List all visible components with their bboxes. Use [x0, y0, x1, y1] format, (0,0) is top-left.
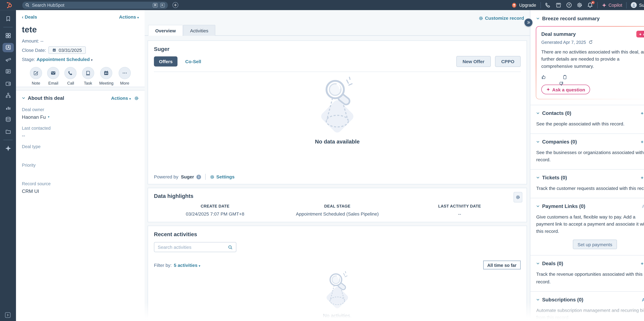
- divider: [3, 140, 12, 140]
- customize-record-link[interactable]: Customize record: [478, 16, 524, 21]
- topnav-right-cluster: Upgrade ? Copilot Suger ▾: [512, 2, 644, 8]
- sidebar-item-automations[interactable]: [2, 91, 14, 100]
- chevron-down-icon[interactable]: [536, 140, 540, 144]
- new-offer-button[interactable]: New Offer: [456, 56, 491, 67]
- sidebar-item-commerce[interactable]: [2, 79, 14, 88]
- set-up-payments-button[interactable]: Set up payments: [573, 240, 617, 249]
- quick-action-email[interactable]: Email: [47, 67, 60, 86]
- meeting-icon: [100, 67, 112, 79]
- highlight-label: DEAL STAGE: [276, 204, 398, 208]
- divider: [154, 72, 520, 72]
- calling-icon[interactable]: [545, 2, 551, 8]
- chevron-down-icon[interactable]: [536, 205, 540, 208]
- notifications-icon[interactable]: [587, 2, 593, 8]
- sidebar-item-library[interactable]: [2, 127, 14, 136]
- sidebar-item-reporting[interactable]: [2, 103, 14, 112]
- about-settings-icon[interactable]: [134, 96, 139, 100]
- suger-integration-card: Suger Offers Co-Sell New Offer CPPO No d…: [148, 41, 526, 184]
- global-search-input[interactable]: [32, 3, 150, 8]
- caret-down-icon: ▾: [137, 16, 139, 19]
- thumbs-up-icon[interactable]: [541, 75, 546, 80]
- data-highlights-columns: CREATE DATE03/24/2025 7:07 PM GMT+8DEAL …: [154, 204, 520, 216]
- field-label: Deal type: [22, 144, 139, 149]
- search-icon: [228, 245, 232, 249]
- section-companies: Companies (0)+ AddSee the businesses or …: [530, 134, 644, 169]
- hubspot-logo-icon[interactable]: [6, 2, 12, 8]
- settings-icon[interactable]: [576, 2, 582, 8]
- amount-line: Amount: --: [22, 38, 139, 43]
- expand-sidebar-button[interactable]: [5, 312, 10, 317]
- section-title: Subscriptions (0): [542, 297, 583, 302]
- section-header: Subscriptions (0)Add▾: [536, 297, 644, 302]
- thumbs-down-icon[interactable]: [552, 75, 557, 80]
- associations-panel: Breeze record summary Deal summary AI Ge…: [530, 10, 644, 321]
- about-actions-dropdown[interactable]: Actions ▾: [111, 96, 131, 101]
- global-search[interactable]: ⌘ K: [22, 2, 168, 9]
- divider: [626, 2, 627, 8]
- add-contacts-button[interactable]: + Add: [641, 111, 644, 116]
- offers-tab-button[interactable]: Offers: [154, 57, 178, 67]
- deal-actions-dropdown[interactable]: Actions ▾: [119, 14, 139, 19]
- quick-action-more[interactable]: More: [118, 67, 131, 86]
- quick-action-task[interactable]: Task: [82, 67, 94, 86]
- chevron-down-icon[interactable]: [536, 262, 540, 265]
- email-icon: [47, 67, 60, 79]
- user-menu[interactable]: Suger ▾: [631, 2, 644, 8]
- data-highlights-settings-button[interactable]: [514, 192, 522, 202]
- add-subscriptions-button[interactable]: Add▾: [642, 297, 644, 302]
- ask-a-question-button[interactable]: Ask a question: [541, 85, 590, 94]
- record-tabs: OverviewActivities: [148, 25, 216, 36]
- suger-settings-link[interactable]: Settings: [210, 174, 234, 179]
- sidebar-item-workspaces[interactable]: [2, 31, 14, 40]
- sidebar-item-content[interactable]: [2, 67, 14, 76]
- copy-icon[interactable]: [562, 75, 567, 80]
- add-companies-button[interactable]: + Add: [641, 139, 644, 144]
- sidebar-item-crm[interactable]: [2, 43, 14, 52]
- quick-action-call[interactable]: Call: [64, 67, 77, 86]
- quick-action-meeting[interactable]: Meeting: [99, 67, 113, 86]
- stage-dropdown[interactable]: Appointment Scheduled ▾: [36, 57, 92, 62]
- tab-activities[interactable]: Activities: [183, 25, 216, 36]
- copilot-button[interactable]: Copilot: [602, 3, 622, 8]
- cppo-button[interactable]: CPPO: [495, 56, 521, 67]
- quick-create-button[interactable]: [172, 2, 178, 8]
- chevron-down-icon[interactable]: [22, 96, 25, 100]
- sidebar-item-data-management[interactable]: [2, 115, 14, 124]
- refresh-icon[interactable]: [588, 40, 593, 45]
- chevron-down-icon[interactable]: [536, 176, 540, 179]
- sidebar-item-bookmarks[interactable]: [2, 14, 14, 23]
- no-activities-illustration: [154, 270, 520, 312]
- collapse-panel-button[interactable]: [524, 19, 532, 27]
- tab-overview[interactable]: Overview: [148, 25, 183, 36]
- activities-search-input[interactable]: [158, 244, 228, 250]
- add-deals-button[interactable]: + Add: [641, 261, 644, 266]
- about-this-deal-card: About this deal Actions ▾ Deal ownerHaon…: [16, 91, 145, 321]
- field-value[interactable]: Haonan Fu▾: [22, 114, 139, 120]
- add-payment-links-button[interactable]: Add▾: [642, 204, 644, 209]
- divider: [3, 27, 12, 27]
- upgrade-button[interactable]: Upgrade: [512, 2, 536, 8]
- help-icon[interactable]: ?: [566, 2, 572, 8]
- sidebar-item-breeze-ai[interactable]: [2, 143, 14, 153]
- back-to-deals-link[interactable]: ‹ Deals: [22, 14, 37, 19]
- activities-search[interactable]: [154, 242, 236, 252]
- chevron-down-icon[interactable]: [536, 112, 540, 115]
- chevron-down-icon[interactable]: [536, 298, 540, 301]
- call-icon: [64, 67, 77, 79]
- activities-filter-dropdown[interactable]: 5 activities ▾: [174, 262, 200, 267]
- sidebar-item-marketing[interactable]: [2, 55, 14, 64]
- info-icon[interactable]: i: [196, 174, 201, 179]
- close-date-input[interactable]: 03/31/2025: [48, 46, 86, 54]
- time-range-chip[interactable]: All time so far: [483, 260, 520, 269]
- add-tickets-button[interactable]: + Add: [641, 175, 644, 180]
- breeze-summary-title: Breeze record summary: [542, 16, 600, 22]
- field-label: Last contacted: [22, 125, 139, 130]
- chevron-down-icon[interactable]: [536, 17, 540, 20]
- gear-icon: [210, 174, 214, 179]
- field-value: [22, 170, 139, 175]
- field-value: CRM UI: [22, 188, 139, 194]
- marketplace-icon[interactable]: [556, 2, 562, 8]
- no-data-text: No data available: [154, 138, 520, 145]
- quick-action-note[interactable]: Note: [30, 67, 42, 86]
- cosell-tab-button[interactable]: Co-Sell: [185, 59, 201, 64]
